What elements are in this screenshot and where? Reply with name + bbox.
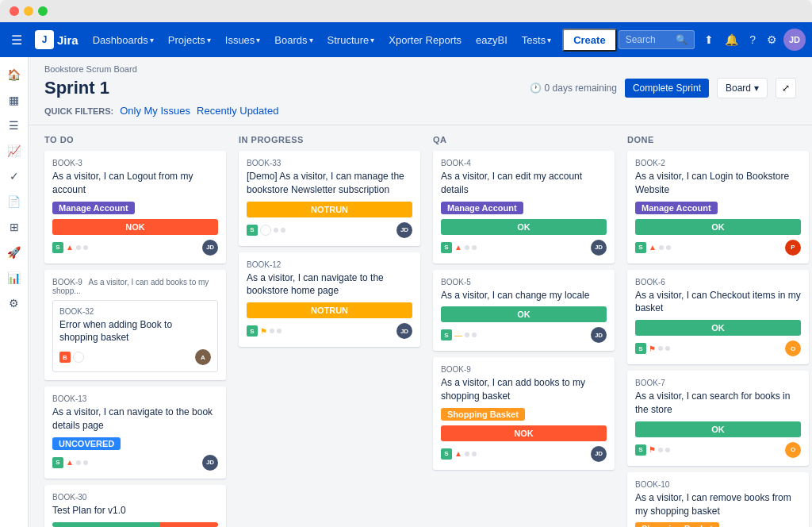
card-key: BOOK-4 — [441, 159, 607, 167]
card-key: BOOK-30 — [52, 493, 218, 502]
flag-icon: ⚑ — [649, 445, 656, 454]
filter-my-issues[interactable]: Only My Issues — [120, 105, 190, 117]
dot-icon — [666, 245, 671, 250]
avatar: JD — [591, 446, 607, 462]
column-cards-inprogress: BOOK-33 [Demo] As a visitor, I can manag… — [239, 151, 420, 347]
sidebar-releases-icon[interactable]: 🚀 — [3, 241, 25, 264]
sidebar-reports-icon[interactable]: 📊 — [3, 267, 25, 289]
dot-icon — [472, 452, 477, 456]
sidebar-tasks-icon[interactable]: ✓ — [3, 165, 25, 187]
kanban-board: TO DO BOOK-3 As a visitor, I can Logout … — [29, 125, 812, 527]
card-icons: S ▲ — [441, 242, 477, 253]
sidebar-settings-icon[interactable]: ⚙ — [3, 292, 25, 314]
card-book6[interactable]: BOOK-6 As a visitor, I can Checkout item… — [627, 270, 809, 365]
card-book10[interactable]: BOOK-10 As a visitor, I can remove books… — [627, 472, 809, 527]
card-icons: S — [247, 225, 285, 236]
avatar: JD — [396, 323, 412, 339]
progress-bar — [52, 522, 218, 527]
story-icon: S — [635, 343, 646, 354]
dot-icon — [76, 460, 81, 465]
minimize-dot[interactable] — [24, 6, 33, 16]
card-book7[interactable]: BOOK-7 As a visitor, I can search for bo… — [627, 371, 809, 466]
card-icons: S ⚑ — [635, 343, 670, 354]
column-cards-done: BOOK-2 As a visitor, I can Login to Book… — [627, 151, 809, 527]
card-book33[interactable]: BOOK-33 [Demo] As a visitor, I can manag… — [239, 151, 420, 246]
column-todo: TO DO BOOK-3 As a visitor, I can Logout … — [38, 125, 232, 527]
card-title: Test Plan for v1.0 — [52, 504, 218, 517]
filter-recently-updated[interactable]: Recently Updated — [197, 105, 278, 117]
chevron-down-icon: ▾ — [754, 83, 759, 94]
hamburger-menu[interactable]: ☰ — [6, 28, 27, 52]
clock-icon: 🕐 — [530, 83, 542, 94]
chevron-down-icon: ▾ — [309, 36, 313, 44]
card-icons: S — — [441, 329, 477, 340]
card-book3[interactable]: BOOK-3 As a visitor, I can Logout from m… — [44, 151, 226, 264]
card-icons: S ▲ — [52, 457, 88, 468]
create-button[interactable]: Create — [562, 29, 616, 52]
nav-projects[interactable]: Projects ▾ — [162, 29, 217, 51]
nav-structure[interactable]: Structure ▾ — [321, 29, 381, 51]
card-book30[interactable]: BOOK-30 Test Plan for v1.0 T — [44, 485, 226, 527]
chevron-down-icon: ▾ — [207, 36, 211, 44]
help-icon[interactable]: ? — [745, 29, 760, 51]
card-icons: S ⚑ — [247, 325, 282, 337]
nav-tests[interactable]: Tests ▾ — [515, 29, 557, 51]
topnav-icons-group: ⬆ 🔔 ? ⚙ JD — [699, 29, 806, 51]
close-dot[interactable] — [10, 6, 19, 16]
complete-sprint-button[interactable]: Complete Sprint — [625, 79, 709, 98]
card-footer: S — JD — [441, 327, 607, 343]
card-book12[interactable]: BOOK-12 As a visitor, I can navigate to … — [239, 252, 420, 348]
column-header-done: DONE — [627, 132, 809, 151]
card-title: As a visitor, I can change my locale — [441, 289, 607, 302]
dot-icon — [274, 228, 278, 233]
card-title: As a visitor, I can edit my account deta… — [441, 170, 607, 197]
expand-button[interactable]: ⤢ — [776, 78, 796, 98]
maximize-dot[interactable] — [38, 6, 48, 16]
card-title: As a visitor, I can search for books in … — [635, 390, 801, 417]
sidebar-components-icon[interactable]: ⊞ — [3, 216, 25, 238]
avatar: JD — [591, 327, 607, 343]
card-book4[interactable]: BOOK-4 As a visitor, I can edit my accou… — [433, 151, 615, 264]
card-title: As a visitor, I can Logout from my accou… — [52, 170, 218, 197]
card-book9-qa[interactable]: BOOK-9 As a visitor, I can add books to … — [433, 357, 615, 470]
nav-dashboards[interactable]: Dashboards ▾ — [86, 29, 160, 51]
flag-icon: ⚑ — [649, 344, 656, 353]
sidebar-board-icon[interactable]: ▦ — [3, 89, 25, 111]
story-icon: S — [247, 325, 258, 337]
card-book2[interactable]: BOOK-2 As a visitor, I can Login to Book… — [627, 151, 809, 264]
chevron-down-icon: ▾ — [256, 36, 260, 44]
sidebar-chart-icon[interactable]: 📈 — [3, 140, 25, 162]
card-key: BOOK-7 — [635, 379, 801, 387]
circle-icon — [260, 225, 271, 236]
card-book13[interactable]: BOOK-13 As a visitor, I can navigate to … — [44, 387, 226, 479]
upload-icon[interactable]: ⬆ — [699, 29, 718, 51]
nav-boards[interactable]: Boards ▾ — [268, 29, 319, 51]
avatar: P — [785, 240, 801, 256]
user-avatar[interactable]: JD — [783, 29, 806, 51]
sidebar-list-icon[interactable]: ☰ — [3, 114, 25, 137]
bell-icon[interactable]: 🔔 — [720, 29, 743, 51]
nav-xporter[interactable]: Xporter Reports — [382, 29, 468, 51]
card-title: [Demo] As a visitor, I can manage the bo… — [247, 170, 412, 197]
status-ok: OK — [635, 320, 801, 336]
card-book5[interactable]: BOOK-5 As a visitor, I can change my loc… — [433, 270, 615, 352]
sidebar-pages-icon[interactable]: 📄 — [3, 190, 25, 213]
search-box[interactable]: Search 🔍 — [619, 30, 695, 49]
jira-logo[interactable]: J Jira — [29, 30, 85, 49]
sidebar-home-icon[interactable]: 🏠 — [3, 63, 25, 86]
nav-eazybi[interactable]: eazyBI — [469, 29, 514, 51]
card-book9-group[interactable]: BOOK-9 As a visitor, I can add books to … — [44, 270, 226, 381]
status-notrun: NOTRUN — [247, 302, 412, 318]
dot-icon — [658, 448, 663, 452]
card-footer: S ▲ P — [635, 240, 801, 256]
circle-icon — [73, 352, 84, 363]
card-icons: S ⚑ — [635, 444, 670, 456]
board-view-button[interactable]: Board ▾ — [717, 78, 768, 98]
settings-icon[interactable]: ⚙ — [762, 29, 782, 51]
card-title: As a visitor, I can navigate to the book… — [52, 406, 218, 433]
nav-issues[interactable]: Issues ▾ — [219, 29, 267, 51]
page-header: Sprint 1 🕐 0 days remaining Complete Spr… — [29, 75, 812, 105]
status-ok: OK — [635, 421, 801, 437]
dot-icon — [665, 448, 670, 452]
card-tag-uncovered: UNCOVERED — [52, 437, 121, 450]
